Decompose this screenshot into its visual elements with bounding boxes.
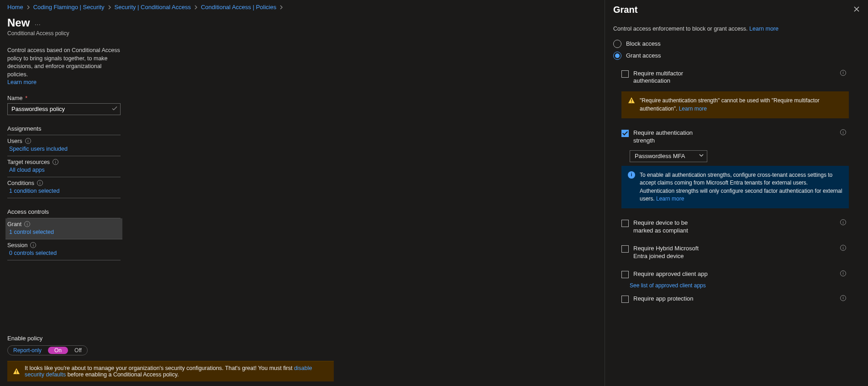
more-menu-button[interactable]: … [34,19,42,26]
checkbox-icon [621,271,629,278]
learn-more-link[interactable]: Learn more [749,26,779,32]
target-link[interactable]: All cloud apps [7,167,45,173]
learn-more-link[interactable]: Learn more [679,106,707,112]
checkbox-require-app-protection[interactable]: Require app protection [621,295,694,303]
info-icon[interactable]: i [30,242,36,248]
panel-description: Control access enforcement to block or g… [613,25,860,33]
breadcrumb-item[interactable]: Coding Flamingo | Security [33,4,105,11]
radio-block-access[interactable]: Block access [613,40,860,48]
conditions-label: Conditions [7,180,34,186]
learn-more-link[interactable]: Learn more [7,79,121,87]
grant-panel: Grant Control access enforcement to bloc… [605,0,868,386]
checkbox-icon [621,245,629,253]
name-label: Name* [7,95,121,101]
checkbox-require-approved-app[interactable]: Require approved client app [621,270,708,278]
info-icon[interactable]: i [53,159,58,165]
svg-rect-3 [631,102,631,102]
chevron-right-icon [279,5,284,10]
svg-rect-2 [631,99,631,101]
users-label: Users [7,138,22,144]
checkbox-icon [621,296,629,303]
radio-icon [613,40,621,48]
toggle-off[interactable]: Off [69,346,87,354]
toggle-report-only[interactable]: Report-only [8,346,47,354]
users-section[interactable]: Users i Specific users included [7,135,121,156]
svg-rect-0 [16,370,16,372]
grant-section[interactable]: Grant i 1 control selected [5,218,122,239]
warning-icon [13,368,20,375]
breadcrumb-item[interactable]: Conditional Access | Policies [201,4,276,11]
session-section[interactable]: Session i 0 controls selected [7,239,121,260]
page-title: New [7,16,30,29]
target-resources-section[interactable]: Target resources i All cloud apps [7,156,121,177]
info-icon[interactable]: i [840,270,846,276]
radio-icon [613,52,621,60]
users-link[interactable]: Specific users included [7,146,68,152]
warning-banner: It looks like you're about to manage you… [7,361,334,381]
checkbox-icon [621,130,629,137]
auth-strength-dropdown[interactable]: Passwordless MFA [630,150,707,162]
checkmark-icon [111,105,118,113]
checkbox-icon [621,220,629,227]
toggle-on[interactable]: On [48,347,68,354]
name-field[interactable] [7,103,121,115]
info-icon[interactable]: i [840,219,846,225]
radio-grant-access[interactable]: Grant access [613,52,860,60]
grant-link[interactable]: 1 control selected [7,229,54,235]
checkbox-require-mfa[interactable]: Require multifactor authentication [621,70,708,85]
close-icon[interactable] [853,6,860,14]
strength-info: i To enable all authentication strengths… [621,166,849,209]
info-icon: i [628,171,635,179]
conditions-section[interactable]: Conditions i 1 condition selected [7,177,121,198]
info-icon[interactable]: i [37,180,43,186]
checkbox-require-auth-strength[interactable]: Require authentication strength [621,129,708,145]
info-icon[interactable]: i [840,245,846,251]
panel-title: Grant [613,5,637,15]
breadcrumb-item[interactable]: Home [7,4,23,11]
warning-icon [628,97,635,113]
grant-label: Grant [7,221,21,227]
checkbox-icon [621,70,629,78]
info-icon[interactable]: i [840,295,846,301]
info-icon[interactable]: i [840,129,846,135]
page-subtitle: Conditional Access policy [0,30,605,42]
target-label: Target resources [7,159,50,165]
see-approved-apps-link[interactable]: See list of approved client apps [630,282,706,289]
conditions-link[interactable]: 1 condition selected [7,188,60,194]
page-description: Control access based on Conditional Acce… [7,47,121,87]
mfa-warning: "Require authentication strength" cannot… [621,91,849,118]
chevron-right-icon [26,5,31,10]
checkbox-require-compliant-device[interactable]: Require device to be marked as compliant [621,219,708,235]
learn-more-link[interactable]: Learn more [656,196,684,202]
enable-policy-label: Enable policy [7,335,334,342]
chevron-down-icon [699,153,704,159]
chevron-right-icon [194,5,198,10]
info-icon[interactable]: i [25,138,31,144]
breadcrumb-item[interactable]: Security | Conditional Access [115,4,191,11]
chevron-right-icon [107,5,112,10]
session-link[interactable]: 0 controls selected [7,250,57,256]
session-label: Session [7,242,27,249]
svg-rect-1 [16,373,16,373]
assignments-heading: Assignments [7,125,121,135]
info-icon[interactable]: i [840,70,846,76]
access-controls-heading: Access controls [7,208,121,218]
enable-policy-toggle[interactable]: Report-only On Off [7,345,88,355]
info-icon[interactable]: i [24,221,30,227]
checkbox-require-hybrid-joined[interactable]: Require Hybrid Microsoft Entra joined de… [621,245,708,260]
